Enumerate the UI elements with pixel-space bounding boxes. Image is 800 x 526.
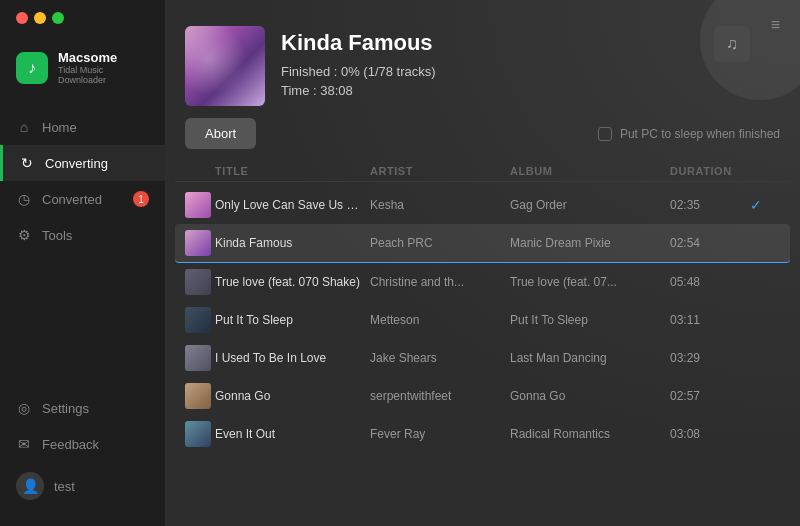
album-art: [185, 26, 265, 106]
logo-text: Macsome Tidal Music Downloader: [58, 50, 149, 85]
sidebar-item-label: Feedback: [42, 437, 99, 452]
app-subtitle: Tidal Music Downloader: [58, 65, 149, 85]
row-album-1: Gag Order: [510, 198, 670, 212]
home-icon: ⌂: [16, 119, 32, 135]
avatar: 👤: [16, 472, 44, 500]
row-duration-2: 02:54: [670, 236, 750, 250]
track-thumbnail: [185, 192, 211, 218]
sidebar-item-converted[interactable]: ◷ Converted 1: [0, 181, 165, 217]
row-duration-6: 02:57: [670, 389, 750, 403]
track-thumbnail: [185, 345, 211, 371]
traffic-lights: [0, 0, 165, 28]
row-album-4: Put It To Sleep: [510, 313, 670, 327]
table-row[interactable]: Gonna Go serpentwithfeet Gonna Go 02:57: [175, 377, 790, 415]
table-row[interactable]: Only Love Can Save Us Now Kesha Gag Orde…: [175, 186, 790, 224]
table-row[interactable]: Even It Out Fever Ray Radical Romantics …: [175, 415, 790, 453]
settings-icon: ◎: [16, 400, 32, 416]
row-title-7: Even It Out: [215, 427, 370, 441]
track-title: Kinda Famous: [281, 30, 780, 56]
row-album-3: True love (feat. 07...: [510, 275, 670, 289]
row-duration-3: 05:48: [670, 275, 750, 289]
sidebar-nav: ⌂ Home ↻ Converting ◷ Converted 1 ⚙ Tool…: [0, 101, 165, 382]
row-title-5: I Used To Be In Love: [215, 351, 370, 365]
converted-badge: 1: [133, 191, 149, 207]
row-title-6: Gonna Go: [215, 389, 370, 403]
sidebar-item-label: Settings: [42, 401, 89, 416]
row-title-3: True love (feat. 070 Shake): [215, 275, 370, 289]
row-thumb-3: [185, 269, 215, 295]
sidebar-bottom: ◎ Settings ✉ Feedback 👤 test: [0, 382, 165, 526]
row-title-2: Kinda Famous: [215, 236, 370, 250]
track-time: Time : 38:08: [281, 83, 780, 98]
converted-icon: ◷: [16, 191, 32, 207]
app-title: Macsome: [58, 50, 149, 65]
row-thumb-4: [185, 307, 215, 333]
table-row[interactable]: Put It To Sleep Metteson Put It To Sleep…: [175, 301, 790, 339]
sidebar-item-converting[interactable]: ↻ Converting: [0, 145, 165, 181]
row-artist-7: Fever Ray: [370, 427, 510, 441]
music-note-icon: ♫: [726, 35, 738, 53]
row-artist-6: serpentwithfeet: [370, 389, 510, 403]
row-artist-1: Kesha: [370, 198, 510, 212]
sidebar-item-feedback[interactable]: ✉ Feedback: [0, 426, 165, 462]
row-duration-5: 03:29: [670, 351, 750, 365]
col-duration: DURATION: [670, 165, 750, 177]
row-artist-2: Peach PRC: [370, 236, 510, 250]
row-thumb-1: [185, 192, 215, 218]
controls-bar: Abort Put PC to sleep when finished: [165, 118, 800, 161]
sleep-option: Put PC to sleep when finished: [598, 127, 780, 141]
col-artist: ARTIST: [370, 165, 510, 177]
track-thumbnail: [185, 269, 211, 295]
row-check-1: ✓: [750, 197, 780, 213]
avatar-icon: 👤: [22, 478, 39, 494]
tools-icon: ⚙: [16, 227, 32, 243]
sidebar-item-settings[interactable]: ◎ Settings: [0, 390, 165, 426]
sidebar-item-home[interactable]: ⌂ Home: [0, 109, 165, 145]
row-album-5: Last Man Dancing: [510, 351, 670, 365]
feedback-icon: ✉: [16, 436, 32, 452]
track-thumbnail: [185, 230, 211, 256]
row-duration-7: 03:08: [670, 427, 750, 441]
sidebar-item-label: Tools: [42, 228, 72, 243]
user-section[interactable]: 👤 test: [0, 462, 165, 510]
table-row[interactable]: I Used To Be In Love Jake Shears Last Ma…: [175, 339, 790, 377]
row-thumb-5: [185, 345, 215, 371]
sidebar-item-label: Home: [42, 120, 77, 135]
row-artist-3: Christine and th...: [370, 275, 510, 289]
row-album-7: Radical Romantics: [510, 427, 670, 441]
row-title-4: Put It To Sleep: [215, 313, 370, 327]
maximize-button[interactable]: [52, 12, 64, 24]
track-info: Kinda Famous Finished : 0% (1/78 tracks)…: [281, 26, 780, 98]
table-row[interactable]: True love (feat. 070 Shake) Christine an…: [175, 263, 790, 301]
row-thumb-7: [185, 421, 215, 447]
music-note-button[interactable]: ♫: [714, 26, 750, 62]
sleep-label: Put PC to sleep when finished: [620, 127, 780, 141]
col-status: [750, 165, 780, 177]
minimize-button[interactable]: [34, 12, 46, 24]
row-duration-1: 02:35: [670, 198, 750, 212]
sidebar-item-label: Converting: [45, 156, 108, 171]
converting-icon: ↻: [19, 155, 35, 171]
logo-icon: ♪: [16, 52, 48, 84]
sleep-checkbox[interactable]: [598, 127, 612, 141]
track-header: Kinda Famous Finished : 0% (1/78 tracks)…: [165, 10, 800, 118]
col-thumb: [185, 165, 215, 177]
row-artist-4: Metteson: [370, 313, 510, 327]
sidebar-item-tools[interactable]: ⚙ Tools: [0, 217, 165, 253]
row-thumb-6: [185, 383, 215, 409]
row-album-2: Manic Dream Pixie: [510, 236, 670, 250]
table-header: TITLE ARTIST ALBUM DURATION: [175, 161, 790, 182]
table-row[interactable]: Kinda Famous Peach PRC Manic Dream Pixie…: [175, 224, 790, 263]
sidebar: ♪ Macsome Tidal Music Downloader ⌂ Home …: [0, 0, 165, 526]
abort-button[interactable]: Abort: [185, 118, 256, 149]
track-thumbnail: [185, 421, 211, 447]
close-button[interactable]: [16, 12, 28, 24]
col-album: ALBUM: [510, 165, 670, 177]
col-title: TITLE: [215, 165, 370, 177]
row-thumb-2: [185, 230, 215, 256]
app-logo: ♪ Macsome Tidal Music Downloader: [0, 32, 165, 101]
sidebar-item-label: Converted: [42, 192, 102, 207]
row-album-6: Gonna Go: [510, 389, 670, 403]
row-title-1: Only Love Can Save Us Now: [215, 198, 370, 212]
table-body: Only Love Can Save Us Now Kesha Gag Orde…: [175, 186, 790, 453]
